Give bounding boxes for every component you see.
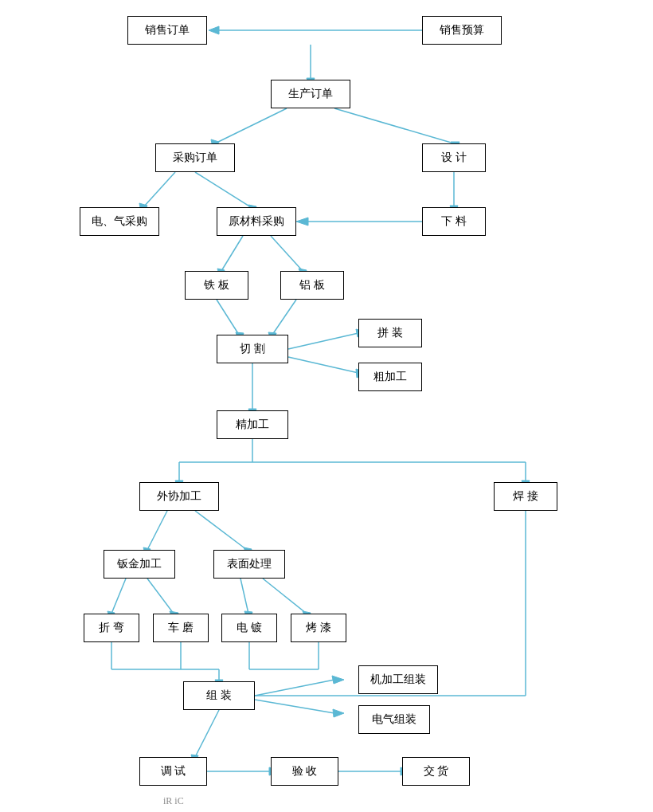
svg-line-42: [147, 579, 174, 614]
svg-line-62: [195, 710, 219, 757]
svg-line-40: [111, 579, 126, 614]
rough-process-box: 粗加工: [358, 363, 422, 391]
svg-marker-1: [209, 26, 219, 34]
aluminum-plate-box: 铝 板: [280, 271, 344, 300]
surface-treatment-box: 表面处理: [213, 550, 285, 579]
grinding-box: 车 磨: [153, 614, 209, 642]
assembly-box: 拼 装: [358, 319, 422, 347]
flowchart: 销售订单销售预算生产订单采购订单设 计电、气采购原材料采购下 料铁 板铝 板切 …: [0, 0, 653, 812]
bending-box: 折 弯: [84, 614, 139, 642]
svg-marker-59: [333, 709, 344, 717]
debug-box: 调 试: [139, 757, 207, 786]
production-order-box: 生产订单: [271, 80, 350, 108]
svg-line-4: [215, 108, 287, 143]
sales-budget-box: 销售预算: [422, 16, 502, 45]
mechanical-assembly-box: 机加工组装: [358, 665, 438, 694]
svg-line-44: [240, 579, 248, 614]
electroplating-box: 电 镀: [221, 614, 277, 642]
svg-line-38: [195, 511, 247, 550]
outsource-box: 外协加工: [139, 482, 219, 511]
svg-line-20: [217, 300, 239, 335]
blanking-box: 下 料: [422, 207, 486, 236]
svg-marker-15: [296, 218, 308, 226]
svg-line-46: [263, 579, 307, 614]
sales-order-box: 销售订单: [127, 16, 207, 45]
sheet-metal-box: 钣金加工: [104, 550, 175, 579]
welding-box: 焊 接: [494, 482, 557, 511]
svg-line-16: [221, 236, 243, 271]
svg-line-58: [255, 700, 334, 713]
acceptance-box: 验 收: [271, 757, 338, 786]
svg-line-10: [195, 172, 251, 207]
iron-plate-box: 铁 板: [185, 271, 248, 300]
svg-line-6: [334, 108, 454, 143]
svg-line-18: [271, 236, 303, 271]
arrows-svg: [0, 0, 653, 812]
svg-line-22: [272, 300, 296, 335]
cutting-box: 切 割: [217, 335, 288, 363]
svg-line-24: [288, 333, 358, 349]
svg-line-8: [143, 172, 175, 207]
delivery-box: 交 货: [402, 757, 470, 786]
svg-line-26: [288, 357, 358, 373]
watermark: iR iC: [163, 795, 184, 807]
assembly2-box: 组 装: [183, 681, 255, 710]
design-box: 设 计: [422, 143, 486, 172]
svg-line-56: [255, 680, 334, 696]
electrical-assembly-box: 电气组装: [358, 705, 430, 734]
purchase-order-box: 采购订单: [155, 143, 235, 172]
electric-purchase-box: 电、气采购: [80, 207, 159, 236]
svg-marker-57: [332, 676, 344, 684]
fine-process-box: 精加工: [217, 410, 288, 439]
raw-material-box: 原材料采购: [217, 207, 296, 236]
svg-line-36: [147, 511, 167, 550]
baking-paint-box: 烤 漆: [291, 614, 346, 642]
